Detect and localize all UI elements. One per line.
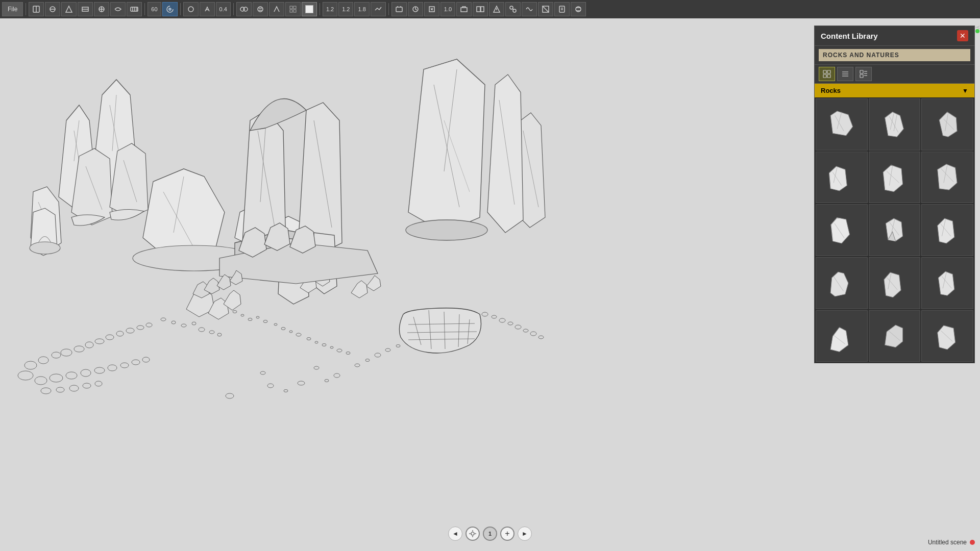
tool-btn-16[interactable] xyxy=(391,2,407,16)
nav-settings-circle[interactable] xyxy=(465,527,480,541)
tool-btn-1[interactable] xyxy=(29,2,44,16)
num-10[interactable]: 1.0 xyxy=(440,2,455,16)
svg-rect-157 xyxy=(827,70,830,73)
y-dot xyxy=(975,29,979,33)
svg-rect-22 xyxy=(290,6,292,9)
tool-active-1[interactable] xyxy=(162,2,178,16)
tool-btn-24[interactable] xyxy=(538,2,553,16)
tab-details[interactable] xyxy=(855,67,872,81)
toolbar: File xyxy=(0,0,980,18)
tool-btn-11[interactable] xyxy=(253,2,268,16)
tab-list[interactable] xyxy=(837,67,853,81)
svg-line-31 xyxy=(415,9,417,10)
tool-btn-22[interactable] xyxy=(505,2,521,16)
content-library-search-input[interactable] xyxy=(819,49,970,61)
rock-item-9[interactable] xyxy=(921,204,973,256)
rock-item-3[interactable] xyxy=(921,98,973,151)
num-12b[interactable]: 1.2 xyxy=(338,2,353,16)
file-menu[interactable]: File xyxy=(2,2,23,16)
tool-btn-12[interactable] xyxy=(269,2,284,16)
svg-rect-37 xyxy=(481,7,484,12)
svg-point-15 xyxy=(188,7,193,12)
rock-item-8[interactable] xyxy=(869,204,921,256)
nav-circle-1[interactable]: 1 xyxy=(483,527,497,541)
tool-btn-14[interactable] xyxy=(302,2,317,16)
svg-rect-26 xyxy=(396,7,402,12)
tool-btn-5[interactable] xyxy=(94,2,109,16)
content-library-tabs xyxy=(815,65,974,84)
tool-btn-17[interactable] xyxy=(408,2,423,16)
svg-line-41 xyxy=(512,9,513,10)
rock-item-14[interactable] xyxy=(869,310,921,362)
tool-btn-26[interactable] xyxy=(571,2,586,16)
scene-status: Untitled scene xyxy=(928,539,975,546)
tool-btn-4[interactable] xyxy=(78,2,93,16)
svg-point-19 xyxy=(258,7,263,12)
tab-thumbnails[interactable] xyxy=(819,67,835,81)
rock-item-13[interactable] xyxy=(816,310,868,362)
rock-item-4[interactable] xyxy=(816,152,868,204)
rock-item-6[interactable] xyxy=(921,152,973,204)
svg-rect-156 xyxy=(823,70,826,73)
separator-3 xyxy=(180,3,181,15)
tool-btn-25[interactable] xyxy=(554,2,570,16)
rock-item-11[interactable] xyxy=(869,257,921,309)
svg-rect-158 xyxy=(823,74,826,78)
tool-btn-6[interactable] xyxy=(110,2,126,16)
content-library-title: Content Library xyxy=(821,32,878,40)
category-label: Rocks xyxy=(821,87,841,94)
tool-btn-9[interactable] xyxy=(200,2,215,16)
num-04[interactable]: 0.4 xyxy=(216,2,231,16)
rock-item-7[interactable] xyxy=(816,204,868,256)
svg-rect-24 xyxy=(290,10,292,12)
rock-item-5[interactable] xyxy=(869,152,921,204)
rock-item-10[interactable] xyxy=(816,257,868,309)
num-18[interactable]: 1.8 xyxy=(354,2,369,16)
rock-item-1[interactable] xyxy=(816,98,868,151)
num-12a[interactable]: 1.2 xyxy=(323,2,337,16)
svg-rect-36 xyxy=(477,7,480,12)
y-label: Y xyxy=(974,26,980,29)
rock-item-2[interactable] xyxy=(869,98,921,151)
nav-add-button[interactable]: + xyxy=(500,527,514,541)
tool-btn-21[interactable] xyxy=(489,2,504,16)
nav-prev-button[interactable]: ◄ xyxy=(448,527,462,541)
svg-rect-25 xyxy=(293,10,296,12)
svg-point-155 xyxy=(30,242,60,254)
content-library-close-button[interactable]: ✕ xyxy=(957,30,968,41)
svg-rect-163 xyxy=(860,70,863,73)
tool-btn-10[interactable] xyxy=(236,2,252,16)
status-dot xyxy=(970,540,975,545)
bottom-nav: ◄ 1 + ► xyxy=(448,527,532,541)
tool-btn-20[interactable] xyxy=(473,2,488,16)
tool-btn-18[interactable] xyxy=(424,2,439,16)
content-library-panel: Content Library ✕ xyxy=(814,26,975,363)
svg-line-43 xyxy=(543,6,549,12)
svg-rect-44 xyxy=(559,6,565,12)
tool-btn-15[interactable] xyxy=(371,2,386,16)
nav-next-button[interactable]: ► xyxy=(518,527,532,541)
rock-item-15[interactable] xyxy=(921,310,973,362)
svg-rect-159 xyxy=(827,74,830,78)
rock-item-12[interactable] xyxy=(921,257,973,309)
tool-btn-23[interactable] xyxy=(522,2,537,16)
category-arrow: ▼ xyxy=(962,87,968,94)
svg-rect-23 xyxy=(293,6,296,9)
scene-name-label: Untitled scene xyxy=(928,539,967,546)
svg-point-14 xyxy=(169,8,171,10)
tool-btn-3[interactable] xyxy=(61,2,77,16)
separator-1 xyxy=(26,3,26,15)
tool-btn-8[interactable] xyxy=(183,2,199,16)
tool-btn-2[interactable] xyxy=(45,2,60,16)
svg-point-18 xyxy=(243,7,248,11)
category-dropdown[interactable]: Rocks ▼ xyxy=(815,84,974,97)
content-library-grid xyxy=(815,97,974,363)
num-60[interactable]: 60 xyxy=(148,2,161,16)
separator-5 xyxy=(320,3,320,15)
separator-2 xyxy=(144,3,145,15)
svg-rect-166 xyxy=(860,74,863,78)
tool-btn-7[interactable] xyxy=(127,2,142,16)
tool-btn-13[interactable] xyxy=(285,2,301,16)
tool-btn-19[interactable] xyxy=(456,2,472,16)
content-library-search xyxy=(815,46,974,65)
